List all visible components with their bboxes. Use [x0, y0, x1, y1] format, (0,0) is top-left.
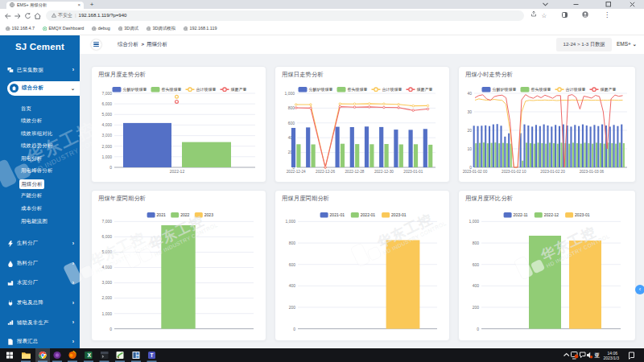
svg-text:0: 0 — [469, 165, 472, 170]
svg-text:400: 400 — [289, 283, 296, 288]
svg-text:窑头喷煤量: 窑头喷煤量 — [162, 87, 182, 92]
svg-text:30: 30 — [467, 109, 472, 114]
svg-text:1,000: 1,000 — [469, 219, 479, 224]
svg-text:2022-12-30: 2022-12-30 — [374, 170, 394, 174]
svg-text:X: X — [87, 352, 91, 358]
svg-text:3,000: 3,000 — [101, 133, 112, 138]
svg-text:分解炉喷煤量: 分解炉喷煤量 — [493, 87, 517, 93]
svg-text:2023-01: 2023-01 — [391, 212, 407, 217]
svg-text:10: 10 — [467, 146, 472, 151]
svg-text:6,000: 6,000 — [101, 234, 112, 239]
svg-text:2023-01-02 00: 2023-01-02 00 — [463, 170, 488, 174]
svg-text:400: 400 — [473, 283, 480, 288]
svg-text:1,000: 1,000 — [285, 219, 295, 224]
svg-text:T: T — [151, 352, 154, 358]
svg-text:4,000: 4,000 — [101, 265, 112, 269]
svg-text:2022: 2022 — [180, 212, 189, 217]
svg-text:2,000: 2,000 — [101, 295, 112, 300]
svg-text:600: 600 — [289, 262, 296, 267]
svg-text:窑头喷煤量: 窑头喷煤量 — [531, 87, 551, 92]
svg-text:5,000: 5,000 — [101, 249, 112, 254]
svg-text:1,000: 1,000 — [101, 311, 112, 316]
svg-text:2023-01-02 10: 2023-01-02 10 — [502, 170, 526, 174]
svg-text:40: 40 — [467, 91, 472, 96]
svg-text:2023-01: 2023-01 — [575, 212, 590, 217]
svg-text:600: 600 — [288, 121, 295, 125]
svg-text:0: 0 — [109, 165, 112, 170]
svg-text:6,000: 6,000 — [101, 101, 112, 106]
svg-text:800: 800 — [288, 105, 295, 110]
svg-text:800: 800 — [289, 241, 296, 245]
svg-text:2022-12: 2022-12 — [544, 212, 559, 217]
svg-text:5,000: 5,000 — [101, 112, 112, 117]
svg-text:7,000: 7,000 — [101, 91, 112, 96]
svg-text:2022-12-28: 2022-12-28 — [345, 170, 365, 174]
svg-text:200: 200 — [473, 305, 480, 310]
svg-text:煤磨产量: 煤磨产量 — [231, 87, 247, 92]
svg-text:2023: 2023 — [204, 212, 213, 217]
svg-text:2022-01: 2022-01 — [361, 212, 376, 217]
svg-text:2,000: 2,000 — [101, 144, 112, 149]
svg-text:2021-01: 2021-01 — [330, 212, 345, 217]
svg-text:分解炉喷煤量: 分解炉喷煤量 — [123, 87, 147, 93]
svg-text:0: 0 — [109, 327, 112, 331]
svg-text:合计喷煤量: 合计喷煤量 — [196, 87, 217, 93]
svg-text:20: 20 — [467, 128, 472, 133]
svg-text:800: 800 — [473, 241, 480, 245]
svg-text:2022-12-24: 2022-12-24 — [287, 170, 306, 174]
svg-text:7,000: 7,000 — [101, 219, 112, 224]
svg-text:亚: 亚 — [594, 352, 601, 358]
svg-text:2023-01-02 20: 2023-01-02 20 — [540, 170, 565, 174]
svg-text:分解炉喷煤量: 分解炉喷煤量 — [309, 87, 333, 93]
svg-text:2022-12-26: 2022-12-26 — [316, 170, 335, 174]
svg-text:0: 0 — [293, 327, 295, 331]
svg-text:1,000: 1,000 — [284, 91, 295, 96]
svg-text:2022-12: 2022-12 — [170, 169, 185, 174]
svg-text:600: 600 — [473, 262, 480, 267]
svg-text:1,000: 1,000 — [101, 154, 112, 159]
svg-text:4,000: 4,000 — [101, 122, 112, 127]
svg-text:0: 0 — [477, 327, 479, 331]
svg-text:200: 200 — [289, 305, 296, 310]
svg-text:煤磨产量: 煤磨产量 — [601, 87, 617, 92]
svg-text:窑头喷煤量: 窑头喷煤量 — [348, 87, 368, 92]
svg-text:14:06: 14:06 — [607, 351, 617, 356]
svg-text:煤磨产量: 煤磨产量 — [417, 87, 433, 92]
svg-text:合计喷煤量: 合计喷煤量 — [382, 87, 402, 93]
svg-text:2022-11: 2022-11 — [514, 212, 528, 217]
svg-text:3,000: 3,000 — [101, 280, 112, 285]
svg-text:合计喷煤量: 合计喷煤量 — [566, 87, 586, 93]
svg-text:2023-01-03 06: 2023-01-03 06 — [580, 170, 605, 174]
svg-text:2021: 2021 — [157, 212, 166, 217]
svg-text:2023/1/3: 2023/1/3 — [604, 356, 620, 360]
svg-text:2023-01-01: 2023-01-01 — [403, 170, 423, 174]
